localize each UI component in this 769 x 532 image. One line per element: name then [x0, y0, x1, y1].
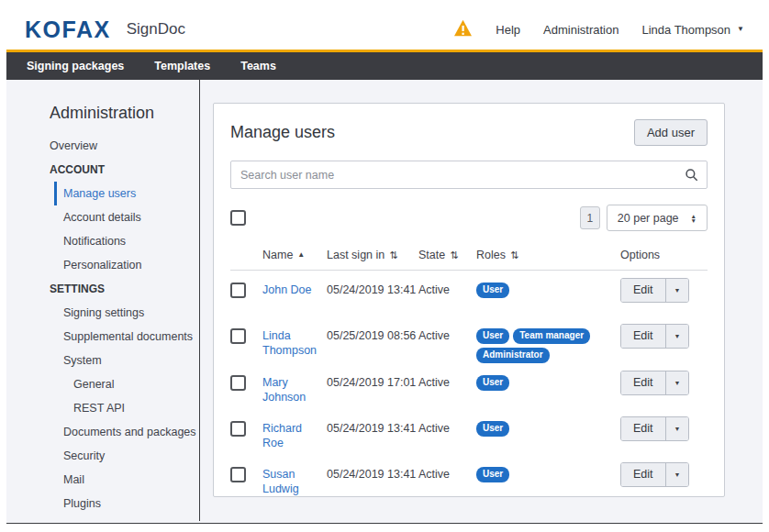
user-name-link[interactable]: Richard Roe [262, 422, 302, 449]
sidebar-item-supplemental-documents[interactable]: Supplemental documents [63, 325, 199, 349]
user-name-link[interactable]: Susan Ludwig [262, 468, 299, 495]
app-window: KOFAX SignDoc Help Administration Linda … [6, 9, 763, 524]
user-name-link[interactable]: Mary Johnson [262, 376, 306, 404]
sidebar-item-general[interactable]: General [73, 372, 199, 396]
select-all-checkbox[interactable] [230, 210, 246, 226]
page-button[interactable]: 1 [580, 206, 600, 229]
table-row: Susan Ludwig05/24/2019 13:41ActiveUserEd… [230, 455, 708, 497]
sort-both-icon: ⇅ [510, 249, 518, 260]
column-label: Last sign in [327, 249, 384, 261]
sidebar-section-settings: SETTINGS [50, 277, 199, 301]
row-checkbox[interactable] [230, 283, 246, 298]
role-badge-user: User [476, 283, 509, 298]
column-header-name[interactable]: Name▲ [262, 249, 327, 261]
main-panel: Manage users Add user 1 [200, 80, 763, 521]
content-area: Administration OverviewACCOUNTManage use… [6, 80, 763, 521]
row-checkbox[interactable] [230, 375, 246, 391]
last-sign-in-cell: 05/25/2019 08:56 [327, 328, 418, 343]
user-name-link[interactable]: John Doe [262, 283, 312, 296]
sidebar-item-signing-settings[interactable]: Signing settings [63, 301, 199, 325]
edit-split-button: Edit▼ [620, 416, 689, 441]
sidebar-item-overview[interactable]: Overview [50, 134, 199, 158]
users-table: John Doe05/24/2019 13:41ActiveUserEdit▼L… [230, 271, 708, 497]
warning-icon[interactable] [453, 19, 473, 39]
row-checkbox[interactable] [230, 467, 246, 482]
user-name-link[interactable]: Linda Thompson [262, 329, 317, 357]
admin-sidebar: Administration OverviewACCOUNTManage use… [6, 80, 200, 521]
options-cell: Edit▼ [620, 283, 708, 303]
edit-dropdown-toggle[interactable]: ▼ [665, 417, 689, 440]
sidebar-item-rest-api[interactable]: REST API [73, 396, 199, 420]
last-sign-in-cell: 05/24/2019 13:41 [327, 467, 418, 482]
sidebar-item-account-details[interactable]: Account details [63, 205, 199, 229]
edit-dropdown-toggle[interactable]: ▼ [665, 279, 689, 302]
column-label: Roles [476, 249, 506, 261]
table-row: Linda Thompson05/25/2019 08:56ActiveUser… [230, 316, 708, 363]
table-row: Mary Johnson05/24/2019 17:01ActiveUserEd… [230, 363, 708, 409]
card-header: Manage users Add user [230, 119, 708, 146]
user-menu[interactable]: Linda Thompson ▼ [641, 23, 744, 37]
edit-button[interactable]: Edit [621, 325, 665, 348]
role-badge-administrator: Administrator [476, 348, 550, 363]
administration-link[interactable]: Administration [543, 23, 619, 37]
last-sign-in-cell: 05/24/2019 13:41 [327, 421, 418, 436]
edit-button[interactable]: Edit [621, 371, 665, 394]
edit-button[interactable]: Edit [621, 279, 665, 302]
nav-item-templates[interactable]: Templates [154, 60, 210, 72]
sidebar-item-notifications[interactable]: Notifications [63, 229, 199, 253]
table-row: John Doe05/24/2019 13:41ActiveUserEdit▼ [230, 271, 708, 316]
column-header-state[interactable]: State⇅ [418, 249, 476, 261]
edit-dropdown-toggle[interactable]: ▼ [665, 325, 689, 348]
options-cell: Edit▼ [620, 328, 708, 349]
role-badge-team-manager: Team manager [513, 328, 590, 344]
sidebar-item-system[interactable]: System [63, 349, 199, 372]
edit-dropdown-toggle[interactable]: ▼ [665, 371, 689, 394]
search-bar [230, 161, 708, 189]
column-header-roles[interactable]: Roles⇅ [476, 249, 620, 261]
sidebar-item-plugins[interactable]: Plugins [63, 492, 199, 515]
row-checkbox[interactable] [230, 328, 246, 344]
search-input[interactable] [230, 161, 708, 189]
help-link[interactable]: Help [496, 23, 520, 37]
sidebar-title: Administration [50, 104, 199, 123]
chevron-down-icon: ▼ [737, 26, 744, 33]
role-badge-user: User [476, 421, 509, 437]
column-header-last-sign-in[interactable]: Last sign in⇅ [327, 249, 418, 261]
table-header: Name▲Last sign in⇅State⇅Roles⇅Options [230, 249, 708, 271]
manage-users-card: Manage users Add user 1 [213, 103, 725, 497]
sidebar-item-manage-users[interactable]: Manage users [54, 182, 199, 205]
role-badge-user: User [476, 467, 509, 482]
row-checkbox[interactable] [230, 421, 246, 437]
sidebar-item-personalization[interactable]: Personalization [63, 253, 199, 277]
nav-item-signing-packages[interactable]: Signing packages [27, 60, 124, 72]
per-page-select[interactable]: 20 per page ▲▼ [607, 205, 708, 231]
main-nav: Signing packagesTemplatesTeams [6, 52, 763, 80]
options-cell: Edit▼ [620, 421, 708, 441]
roles-cell: User [476, 283, 620, 298]
edit-dropdown-toggle[interactable]: ▼ [665, 463, 689, 486]
nav-item-teams[interactable]: Teams [240, 60, 276, 72]
roles-cell: User [476, 375, 620, 391]
role-badge-user: User [476, 328, 509, 344]
edit-button[interactable]: Edit [621, 417, 665, 440]
add-user-button[interactable]: Add user [634, 119, 708, 146]
edit-button[interactable]: Edit [621, 463, 665, 486]
sort-both-icon: ⇅ [389, 249, 397, 260]
roles-cell: User [476, 467, 620, 482]
state-cell: Active [418, 283, 476, 297]
list-toolbar: 1 20 per page ▲▼ [230, 205, 708, 231]
edit-split-button: Edit▼ [620, 371, 689, 395]
column-header-options: Options [620, 249, 708, 261]
sidebar-item-security[interactable]: Security [63, 444, 199, 468]
search-icon[interactable] [685, 168, 698, 185]
per-page-value: 20 per page [618, 212, 679, 225]
sidebar-list: OverviewACCOUNTManage usersAccount detai… [50, 134, 199, 515]
last-sign-in-cell: 05/24/2019 13:41 [327, 283, 418, 297]
sidebar-section-account: ACCOUNT [50, 158, 199, 182]
state-cell: Active [418, 421, 476, 436]
roles-cell: UserTeam managerAdministrator [476, 328, 620, 363]
options-cell: Edit▼ [620, 375, 708, 395]
sidebar-item-documents-and-packages[interactable]: Documents and packages [63, 420, 199, 444]
column-label: Name [262, 249, 293, 261]
sidebar-item-mail[interactable]: Mail [63, 468, 199, 492]
